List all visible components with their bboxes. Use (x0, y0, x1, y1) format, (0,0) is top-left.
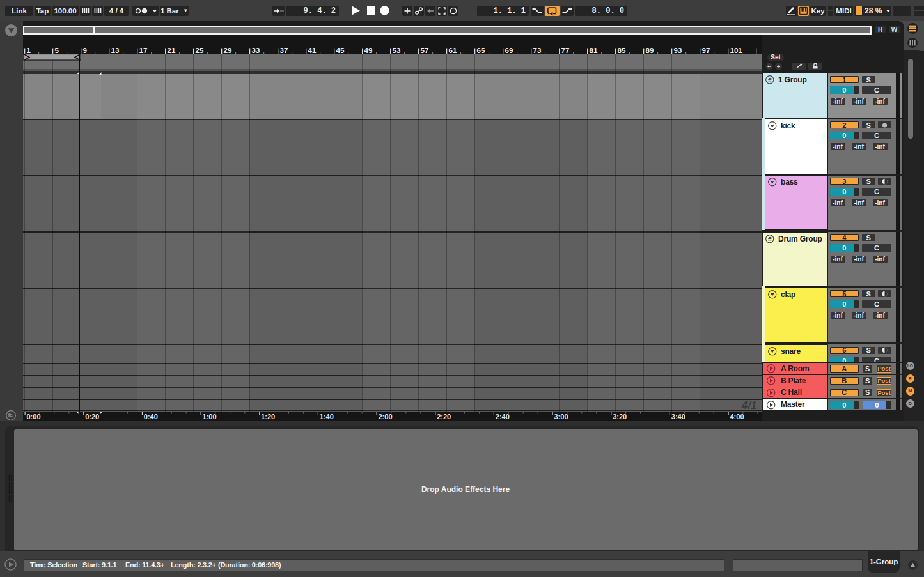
svg-text:4:00: 4:00 (730, 413, 744, 420)
svg-text:3:20: 3:20 (613, 413, 627, 420)
svg-text:1:00: 1:00 (203, 413, 217, 420)
svg-text:3:40: 3:40 (671, 413, 685, 420)
svg-text:2:20: 2:20 (437, 413, 451, 420)
svg-text:0:20: 0:20 (85, 413, 99, 420)
svg-text:1:40: 1:40 (320, 413, 334, 420)
svg-text:2:00: 2:00 (379, 413, 393, 420)
svg-text:2:40: 2:40 (496, 413, 510, 420)
svg-text:3:00: 3:00 (554, 413, 568, 420)
svg-text:0:00: 0:00 (27, 413, 41, 420)
svg-text:0:40: 0:40 (144, 413, 158, 420)
svg-text:1:20: 1:20 (261, 413, 275, 420)
